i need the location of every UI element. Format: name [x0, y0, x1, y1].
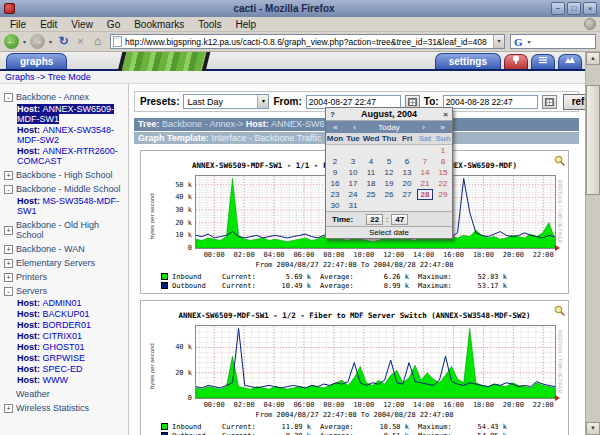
scroll-down-button[interactable]: ▼	[586, 422, 600, 435]
close-button[interactable]: ×	[583, 2, 597, 15]
presets-select[interactable]: Last Day ▾	[183, 94, 269, 109]
calendar-day-7[interactable]: 7	[416, 157, 434, 166]
hour-field[interactable]: 22	[366, 214, 383, 225]
calendar-day-21[interactable]: 21	[416, 179, 434, 188]
sidebar-host-www[interactable]: Host: WWW	[17, 375, 126, 385]
forward-button-icon[interactable]: →	[30, 34, 45, 49]
calendar-day-12[interactable]: 12	[380, 168, 398, 177]
menu-go[interactable]: Go	[100, 19, 127, 30]
calendar-day-18[interactable]: 18	[362, 179, 380, 188]
calendar-day-24[interactable]: 24	[344, 190, 362, 199]
calendar-day-17[interactable]: 17	[344, 179, 362, 188]
menu-edit[interactable]: Edit	[33, 19, 64, 30]
calendar-day-8[interactable]: 8	[434, 157, 452, 166]
scrollbar-thumb[interactable]	[586, 85, 600, 195]
refresh-button[interactable]: refresh	[563, 94, 585, 110]
calendar-day-9[interactable]: 9	[326, 168, 344, 177]
sidebar-host-ghost01[interactable]: Host: GHOST01	[17, 342, 126, 352]
expand-icon[interactable]: +	[4, 171, 13, 180]
sidebar-branch-weather[interactable]: Weather	[16, 389, 126, 399]
select-date-button[interactable]: Select date	[326, 226, 452, 238]
sidebar-branch-wireless-statistics[interactable]: +Wireless Statistics	[4, 403, 126, 413]
calendar-day-5[interactable]: 5	[380, 157, 398, 166]
menu-view[interactable]: View	[64, 19, 100, 30]
tab-settings[interactable]: settings	[435, 53, 501, 69]
tab-graphs[interactable]: graphs	[6, 53, 67, 69]
calendar-day-6[interactable]: 6	[398, 157, 416, 166]
collapse-icon[interactable]: -	[4, 93, 13, 102]
sidebar-host-ms-sw3548-mdf-sw1[interactable]: Host: MS-SW3548-MDF-SW1	[17, 196, 126, 216]
calendar-day-20[interactable]: 20	[398, 179, 416, 188]
list-view-button[interactable]	[531, 54, 555, 69]
sidebar-branch-printers[interactable]: +Printers	[4, 272, 126, 282]
sidebar-host-annex-rtr2600-comcast[interactable]: Host: ANNEX-RTR2600-COMCAST	[17, 146, 126, 166]
calendar-day-26[interactable]: 26	[380, 190, 398, 199]
menu-bookmarks[interactable]: Bookmarks	[127, 19, 191, 30]
calendar-day-31[interactable]: 31	[344, 201, 362, 210]
sidebar-host-citrix01[interactable]: Host: CITRIX01	[17, 331, 126, 341]
back-button-icon[interactable]: ←	[4, 34, 19, 49]
sidebar-branch-servers[interactable]: -Servers	[4, 286, 126, 296]
url-text[interactable]: http://www.bigspring.k12.pa.us/cacti-0.8…	[125, 37, 493, 47]
sidebar-host-annex-sw3548-mdf-sw2[interactable]: Host: ANNEX-SW3548-MDF-SW2	[17, 125, 126, 145]
calendar-day-25[interactable]: 25	[362, 190, 380, 199]
expand-icon[interactable]: +	[4, 226, 13, 235]
home-button-icon[interactable]: ⌂	[90, 34, 105, 49]
calendar-day-19[interactable]: 19	[380, 179, 398, 188]
back-dropdown-icon[interactable]: ▾	[21, 38, 28, 45]
graph-zoom-icon[interactable]	[554, 303, 566, 315]
collapse-icon[interactable]: -	[4, 287, 13, 296]
calendar-day-10[interactable]: 10	[344, 168, 362, 177]
calendar-help-button[interactable]: ?	[326, 110, 339, 119]
maximize-button[interactable]: □	[567, 2, 581, 15]
prev-year-button[interactable]: «	[326, 123, 345, 132]
graph-zoom-icon[interactable]	[554, 153, 566, 165]
prev-month-button[interactable]: ‹	[345, 123, 364, 132]
calendar-day-27[interactable]: 27	[398, 190, 416, 199]
expand-icon[interactable]: +	[4, 404, 13, 413]
calendar-day-23[interactable]: 23	[326, 190, 344, 199]
sidebar-host-admin01[interactable]: Host: ADMIN01	[17, 298, 126, 308]
sidebar-host-grpwise[interactable]: Host: GRPWISE	[17, 353, 126, 363]
calendar-day-11[interactable]: 11	[362, 168, 380, 177]
calendar-day-28[interactable]: 28	[417, 189, 433, 200]
scrollbar-track[interactable]	[586, 65, 600, 422]
to-date-input[interactable]: 2004-08-28 22:47	[443, 95, 538, 109]
to-calendar-button[interactable]	[542, 95, 557, 109]
tree-view-button[interactable]	[504, 54, 528, 69]
search-input[interactable]: G ▾	[510, 34, 596, 49]
collapse-icon[interactable]: -	[4, 185, 13, 194]
minimize-button[interactable]: −	[551, 2, 565, 15]
calendar-day-16[interactable]: 16	[326, 179, 344, 188]
calendar-day-13[interactable]: 13	[398, 168, 416, 177]
sidebar-branch-backbone-old-high-school[interactable]: +Backbone - Old High School	[4, 220, 126, 240]
calendar-day-1[interactable]: 1	[434, 146, 452, 155]
expand-icon[interactable]: +	[4, 259, 13, 268]
calendar-day-29[interactable]: 29	[434, 190, 452, 199]
calendar-day-2[interactable]: 2	[326, 157, 344, 166]
expand-icon[interactable]: +	[4, 245, 13, 254]
calendar-day-4[interactable]: 4	[362, 157, 380, 166]
sidebar-branch-backbone-high-school[interactable]: +Backbone - High School	[4, 170, 126, 180]
menu-file[interactable]: File	[3, 19, 33, 30]
sidebar-host-annex-sw6509-mdf-sw1[interactable]: Host: ANNEX-SW6509-MDF-SW1	[17, 104, 126, 124]
calendar-day-15[interactable]: 15	[434, 168, 452, 177]
sidebar-branch-backbone-annex[interactable]: -Backbone - Annex	[4, 92, 126, 102]
today-button[interactable]: Today	[364, 123, 414, 132]
calendar-day-14[interactable]: 14	[416, 168, 434, 177]
stop-button-icon[interactable]: ×	[73, 34, 88, 49]
calendar-day-3[interactable]: 3	[344, 157, 362, 166]
calendar-close-button[interactable]: ×	[439, 110, 452, 119]
select-dropdown-icon[interactable]: ▾	[257, 95, 268, 108]
sidebar-branch-backbone-middle-school[interactable]: -Backbone - Middle School	[4, 184, 126, 194]
sidebar-host-spec-ed[interactable]: Host: SPEC-ED	[17, 364, 126, 374]
sidebar-branch-elementary-servers[interactable]: +Elementary Servers	[4, 258, 126, 268]
breadcrumb-graphs-link[interactable]: Graphs	[5, 72, 35, 82]
menu-help[interactable]: Help	[229, 19, 264, 30]
url-dropdown-icon[interactable]: ▾	[493, 35, 504, 48]
forward-dropdown-icon[interactable]: ▾	[47, 38, 54, 45]
reload-button-icon[interactable]: ↻	[56, 34, 71, 49]
expand-icon[interactable]: +	[4, 273, 13, 282]
titlebar[interactable]: cacti - Mozilla Firefox − □ ×	[0, 0, 600, 17]
url-bar[interactable]: http://www.bigspring.k12.pa.us/cacti-0.8…	[110, 34, 505, 49]
